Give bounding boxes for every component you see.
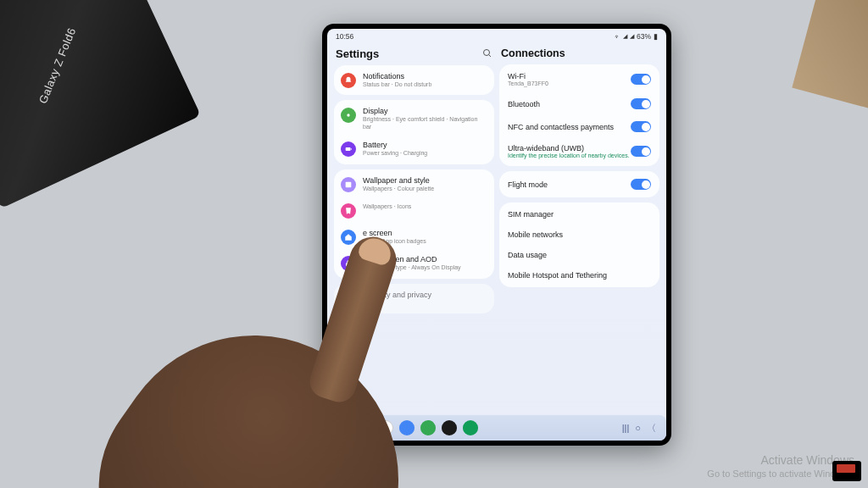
status-bar: 10:56 ᯤ ◢ ◢ 63% ▮ bbox=[327, 29, 666, 44]
setting-title: Display bbox=[363, 107, 487, 115]
uwb-toggle[interactable] bbox=[631, 146, 651, 157]
conn-data-usage[interactable]: Data usage bbox=[499, 245, 659, 265]
conn-sim[interactable]: SIM manager bbox=[499, 204, 659, 225]
network-icon: ᯤ bbox=[615, 34, 620, 40]
setting-sub: Power saving · Charging bbox=[363, 150, 487, 157]
conn-sub: Tenda_B73FF0 bbox=[508, 80, 631, 86]
nfc-toggle[interactable] bbox=[631, 121, 651, 132]
connections-panel: Connections Wi-Fi Tenda_B73FF0 Bluetooth bbox=[499, 44, 659, 412]
home-icon bbox=[341, 230, 356, 245]
screen: 10:56 ᯤ ◢ ◢ 63% ▮ Settings bbox=[327, 29, 666, 441]
setting-title: Security and privacy bbox=[363, 291, 487, 299]
settings-title: Settings bbox=[336, 47, 379, 60]
svg-rect-3 bbox=[346, 147, 351, 151]
conn-hotspot[interactable]: Mobile Hotspot and Tethering bbox=[499, 265, 659, 286]
search-icon[interactable] bbox=[482, 48, 492, 60]
setting-title: Wallpaper and style bbox=[363, 176, 487, 185]
wifi-toggle[interactable] bbox=[631, 74, 651, 85]
conn-flight[interactable]: Flight mode bbox=[499, 173, 659, 196]
setting-battery[interactable]: Battery Power saving · Charging bbox=[334, 136, 494, 162]
setting-notifications[interactable]: Notifications Status bar · Do not distur… bbox=[334, 67, 494, 93]
lock-icon bbox=[341, 256, 356, 271]
apps-icon[interactable] bbox=[337, 421, 351, 435]
conn-title: Mobile networks bbox=[508, 230, 563, 239]
conn-title: SIM manager bbox=[508, 210, 554, 219]
channel-badge bbox=[832, 461, 861, 481]
battery-icon bbox=[341, 141, 356, 157]
signal-icon: ◢ bbox=[630, 33, 634, 40]
messages-icon[interactable] bbox=[420, 420, 436, 435]
nav-back[interactable]: 〈 bbox=[647, 422, 656, 435]
conn-uwb[interactable]: Ultra-wideband (UWB) Identify the precis… bbox=[499, 138, 659, 164]
setting-display[interactable]: Display Brightness · Eye comfort shield … bbox=[334, 102, 494, 136]
app-icon[interactable] bbox=[442, 420, 457, 435]
conn-title: Data usage bbox=[508, 251, 547, 259]
setting-title: Notifications bbox=[363, 72, 487, 80]
setting-title: e screen bbox=[363, 229, 487, 237]
setting-security[interactable]: Security and privacy bbox=[334, 286, 494, 312]
conn-mobile-networks[interactable]: Mobile networks bbox=[499, 225, 659, 245]
connections-title: Connections bbox=[501, 47, 565, 59]
status-time: 10:56 bbox=[336, 32, 353, 41]
conn-title: NFC and contactless payments bbox=[508, 123, 631, 131]
svg-rect-6 bbox=[346, 263, 351, 267]
conn-title: Ultra-wideband (UWB) bbox=[508, 144, 631, 152]
display-icon bbox=[341, 108, 356, 123]
nav-recent[interactable]: ||| bbox=[622, 423, 630, 433]
battery-text: 63% bbox=[637, 32, 651, 41]
setting-wallpaper[interactable]: Wallpaper and style Wallpapers · Colour … bbox=[334, 171, 494, 197]
conn-title: Flight mode bbox=[508, 180, 631, 189]
setting-sub: Wallpapers · Icons bbox=[363, 203, 487, 210]
conn-title: Wi-Fi bbox=[508, 72, 631, 80]
setting-sub: Wallpapers · Colour palette bbox=[363, 186, 487, 192]
setting-sub: Screen lock type · Always On Display bbox=[363, 264, 487, 271]
background-object bbox=[792, 0, 868, 114]
taskbar: ||| ○ 〈 bbox=[327, 415, 666, 441]
setting-sub: Brightness · Eye comfort shield · Naviga… bbox=[363, 116, 487, 130]
bluetooth-toggle[interactable] bbox=[631, 98, 651, 109]
chrome-icon[interactable] bbox=[399, 420, 415, 435]
product-box bbox=[0, 0, 201, 208]
setting-lockscreen[interactable]: Lock screen and AOD Screen lock type · A… bbox=[334, 250, 494, 276]
setting-homescreen[interactable]: e screen ayout · App icon badges bbox=[334, 224, 494, 250]
status-right: ᯤ ◢ ◢ 63% ▮ bbox=[615, 32, 658, 41]
wallpaper-icon bbox=[341, 177, 356, 192]
svg-rect-4 bbox=[351, 148, 352, 150]
battery-icon: ▮ bbox=[654, 32, 658, 41]
themes-icon bbox=[341, 203, 356, 219]
svg-point-2 bbox=[347, 114, 349, 117]
camera-icon[interactable] bbox=[378, 420, 393, 435]
setting-sub: ayout · App icon badges bbox=[363, 238, 487, 245]
nav-home[interactable]: ○ bbox=[635, 423, 641, 433]
conn-sub: Identify the precise location of nearby … bbox=[508, 152, 631, 158]
setting-sub: Status bar · Do not disturb bbox=[363, 81, 487, 88]
shield-icon bbox=[341, 291, 356, 307]
signal-icon: ◢ bbox=[623, 33, 627, 40]
svg-rect-5 bbox=[346, 181, 352, 187]
app-icon[interactable] bbox=[463, 420, 478, 435]
conn-title: Bluetooth bbox=[508, 100, 631, 108]
svg-point-0 bbox=[484, 49, 490, 55]
setting-title: Battery bbox=[363, 141, 487, 149]
conn-title: Mobile Hotspot and Tethering bbox=[508, 271, 607, 280]
notifications-icon bbox=[341, 73, 356, 88]
settings-list: Settings Notifications Status bar · Do n… bbox=[334, 44, 494, 412]
tablet-device: 10:56 ᯤ ◢ ◢ 63% ▮ Settings bbox=[322, 24, 671, 446]
setting-title: Lock screen and AOD bbox=[363, 255, 487, 263]
conn-nfc[interactable]: NFC and contactless payments bbox=[499, 115, 659, 138]
flight-toggle[interactable] bbox=[631, 179, 651, 190]
conn-wifi[interactable]: Wi-Fi Tenda_B73FF0 bbox=[499, 66, 659, 92]
svg-line-1 bbox=[489, 54, 492, 57]
setting-themes[interactable]: Wallpapers · Icons bbox=[334, 197, 494, 224]
phone-icon[interactable] bbox=[357, 420, 372, 435]
conn-bluetooth[interactable]: Bluetooth bbox=[499, 92, 659, 115]
